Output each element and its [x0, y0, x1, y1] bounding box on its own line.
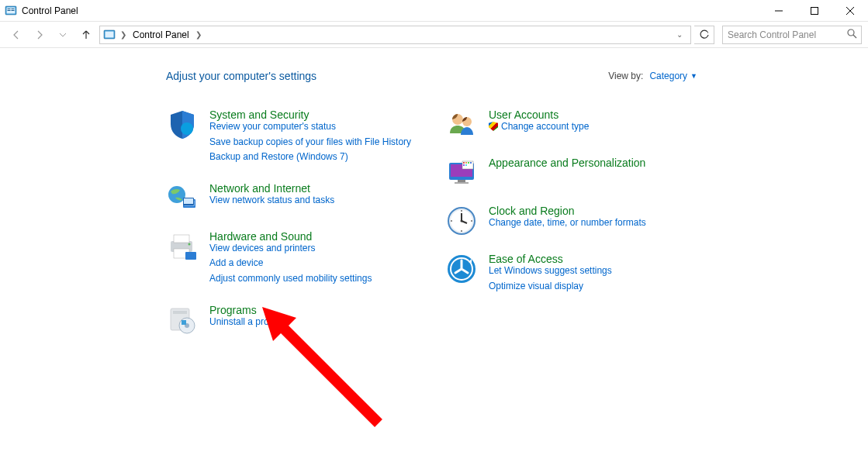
category-clock-region: Clock and Region Change date, time, or n…	[445, 205, 709, 237]
category-link-clock-region[interactable]: Clock and Region	[489, 205, 575, 217]
svg-rect-39	[468, 162, 469, 164]
svg-point-31	[462, 117, 472, 126]
svg-point-12	[848, 29, 854, 36]
ease-of-access-icon	[445, 253, 478, 285]
category-body: Appearance and Personalization	[489, 157, 645, 189]
category-link-user-accounts[interactable]: User Accounts	[489, 109, 558, 121]
chevron-down-icon: ▼	[690, 72, 697, 80]
left-column: System and Security Review your computer…	[166, 109, 430, 352]
chevron-right-icon[interactable]: ❯	[194, 30, 203, 39]
close-button[interactable]	[832, 0, 868, 21]
category-link-hardware[interactable]: Hardware and Sound	[209, 230, 312, 243]
search-icon[interactable]	[847, 29, 857, 41]
link-change-date-time[interactable]: Change date, time, or number formats	[489, 217, 646, 229]
category-body: Clock and Region Change date, time, or n…	[489, 205, 646, 237]
users-icon	[445, 109, 478, 141]
up-button[interactable]	[76, 25, 96, 45]
recent-dropdown[interactable]	[53, 25, 73, 45]
search-input[interactable]	[728, 29, 844, 40]
category-system-security: System and Security Review your computer…	[166, 109, 430, 167]
category-link-ease-of-access[interactable]: Ease of Access	[489, 253, 563, 265]
link-uninstall-program[interactable]: Uninstall a program	[209, 316, 290, 329]
svg-point-50	[451, 220, 452, 222]
svg-point-48	[461, 210, 462, 212]
breadcrumb-root[interactable]: Control Panel	[131, 29, 191, 40]
titlebar: Control Panel	[0, 0, 868, 22]
shield-icon	[166, 109, 199, 141]
category-body: Programs Uninstall a program	[209, 304, 290, 336]
svg-rect-2	[8, 9, 11, 9]
svg-rect-38	[465, 162, 467, 164]
minimize-button[interactable]	[761, 0, 797, 21]
link-add-device[interactable]: Add a device	[209, 257, 372, 270]
link-backup-restore[interactable]: Backup and Restore (Windows 7)	[209, 151, 411, 164]
svg-rect-19	[184, 198, 193, 204]
maximize-button[interactable]	[797, 0, 832, 21]
svg-point-14	[181, 122, 193, 135]
refresh-button[interactable]	[694, 26, 714, 44]
view-by-control: View by: Category ▼	[608, 71, 697, 81]
link-review-status[interactable]: Review your computer's status	[209, 121, 411, 133]
link-network-status[interactable]: View network status and tasks	[209, 195, 334, 207]
view-by-label: View by:	[608, 71, 643, 81]
svg-rect-24	[185, 252, 196, 260]
svg-rect-21	[174, 235, 189, 243]
category-programs: Programs Uninstall a program	[166, 304, 430, 336]
back-button[interactable]	[6, 25, 26, 45]
svg-rect-26	[173, 311, 187, 314]
svg-rect-11	[105, 31, 114, 37]
forward-button[interactable]	[29, 25, 50, 45]
svg-point-51	[471, 220, 472, 222]
svg-rect-7	[811, 7, 818, 14]
svg-rect-4	[12, 9, 15, 9]
category-link-network[interactable]: Network and Internet	[209, 182, 310, 195]
window-controls	[761, 0, 868, 21]
category-body: Network and Internet View network status…	[209, 182, 334, 215]
address-dropdown[interactable]: ⌄	[672, 30, 687, 39]
category-network-internet: Network and Internet View network status…	[166, 182, 430, 215]
link-optimize-visual[interactable]: Optimize visual display	[489, 281, 612, 293]
category-body: Hardware and Sound View devices and prin…	[209, 230, 372, 288]
link-mobility-settings[interactable]: Adjust commonly used mobility settings	[209, 273, 372, 285]
clock-icon	[445, 205, 478, 237]
search-box[interactable]	[722, 26, 862, 44]
content-header: Adjust your computer's settings View by:…	[166, 70, 852, 82]
category-columns: System and Security Review your computer…	[166, 109, 852, 352]
category-appearance: Appearance and Personalization	[445, 157, 709, 189]
link-change-account-type[interactable]: Change account type	[489, 121, 589, 133]
svg-rect-42	[465, 164, 467, 166]
page-heading: Adjust your computer's settings	[166, 70, 316, 82]
svg-rect-35	[455, 182, 469, 184]
window-title: Control Panel	[22, 5, 78, 16]
category-user-accounts: User Accounts Change account type	[445, 109, 709, 141]
category-body: Ease of Access Let Windows suggest setti…	[489, 253, 612, 295]
link-windows-suggest[interactable]: Let Windows suggest settings	[489, 265, 612, 277]
category-link-appearance[interactable]: Appearance and Personalization	[489, 157, 645, 169]
svg-rect-40	[470, 162, 472, 164]
right-column: User Accounts Change account type	[445, 109, 709, 352]
svg-rect-34	[458, 180, 465, 182]
svg-rect-37	[463, 162, 465, 164]
view-by-dropdown[interactable]: Category ▼	[649, 71, 697, 81]
svg-point-30	[452, 114, 463, 125]
chevron-right-icon[interactable]: ❯	[119, 30, 128, 39]
control-panel-icon	[5, 5, 17, 17]
svg-point-47	[461, 220, 463, 222]
svg-rect-3	[8, 10, 11, 11]
svg-line-13	[853, 35, 856, 38]
link-file-history[interactable]: Save backup copies of your files with Fi…	[209, 136, 411, 149]
svg-rect-29	[182, 320, 186, 325]
category-body: User Accounts Change account type	[489, 109, 589, 141]
content-area: Adjust your computer's settings View by:…	[0, 48, 868, 352]
category-link-programs[interactable]: Programs	[209, 304, 257, 316]
svg-rect-41	[463, 164, 465, 166]
toolbar: ❯ Control Panel ❯ ⌄	[0, 22, 868, 48]
category-body: System and Security Review your computer…	[209, 109, 411, 167]
address-bar[interactable]: ❯ Control Panel ❯ ⌄	[99, 26, 691, 44]
link-devices-printers[interactable]: View devices and printers	[209, 243, 372, 255]
svg-point-15	[168, 186, 185, 203]
category-link-system-security[interactable]: System and Security	[209, 109, 309, 121]
svg-point-23	[188, 243, 191, 245]
printer-icon	[166, 230, 199, 263]
category-hardware-sound: Hardware and Sound View devices and prin…	[166, 230, 430, 288]
